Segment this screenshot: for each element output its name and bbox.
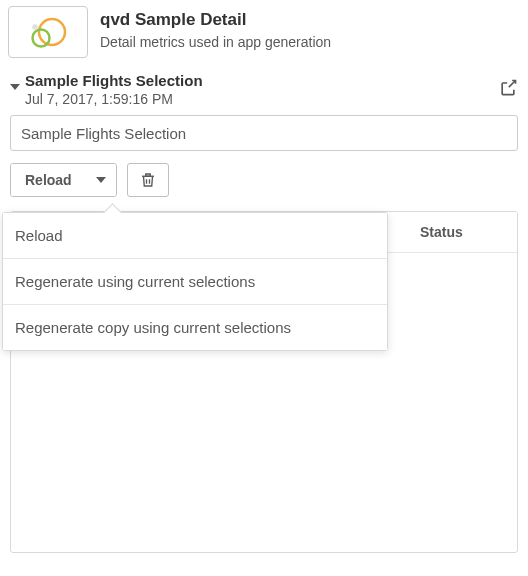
trash-icon xyxy=(139,171,157,189)
reload-button-group: Reload xyxy=(10,163,117,197)
open-external-icon[interactable] xyxy=(498,78,518,101)
item-title: Sample Flights Selection xyxy=(25,72,203,90)
app-title: qvd Sample Detail xyxy=(100,10,331,30)
app-desc: Detail metrics used in app generation xyxy=(100,34,331,50)
reload-button[interactable]: Reload xyxy=(11,164,86,196)
delete-button[interactable] xyxy=(127,163,169,197)
app-thumbnail xyxy=(8,6,88,58)
chevron-down-icon xyxy=(96,177,106,183)
item-row: Sample Flights Selection Jul 7, 2017, 1:… xyxy=(0,72,528,107)
dropdown-item-regenerate-copy[interactable]: Regenerate copy using current selections xyxy=(3,304,387,350)
bubble-chart-icon xyxy=(26,14,70,50)
toolbar: Reload xyxy=(0,151,528,207)
svg-point-0 xyxy=(39,19,65,45)
reload-dropdown-toggle[interactable] xyxy=(86,164,116,196)
item-name-input[interactable] xyxy=(10,115,518,151)
dropdown-item-regenerate[interactable]: Regenerate using current selections xyxy=(3,258,387,304)
reload-dropdown-menu: Reload Regenerate using current selectio… xyxy=(2,212,388,351)
collapse-caret-icon[interactable] xyxy=(10,77,20,93)
svg-point-2 xyxy=(32,24,38,30)
item-timestamp: Jul 7, 2017, 1:59:16 PM xyxy=(25,91,203,107)
dropdown-item-reload[interactable]: Reload xyxy=(3,213,387,258)
app-header: qvd Sample Detail Detail metrics used in… xyxy=(0,0,528,68)
